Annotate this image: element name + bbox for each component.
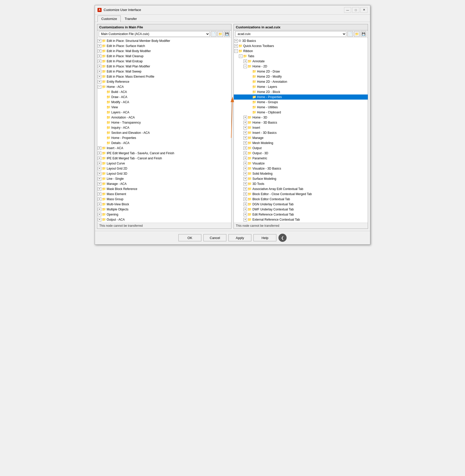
right-panel-dropdown[interactable]: acad.cuix — [235, 31, 346, 37]
expand-icon-mesh-modeling[interactable]: + — [243, 141, 247, 145]
tree-node-block-editor-close[interactable]: +📁Block Editor - Close Contextual Merged… — [234, 192, 368, 197]
expand-icon-output[interactable]: + — [243, 146, 247, 150]
expand-icon-tabs[interactable]: − — [239, 54, 242, 58]
tree-node-manage-aca[interactable]: +📁Manage - ACA — [97, 181, 231, 186]
help-button[interactable]: Help — [253, 234, 276, 241]
expand-icon-parametric[interactable]: + — [243, 157, 247, 160]
expand-icon-dwf-underlay[interactable]: + — [243, 208, 247, 211]
tree-node-mass-group[interactable]: +📁Mass Group — [97, 197, 231, 202]
cancel-button[interactable]: Cancel — [203, 234, 226, 241]
tree-node-tabs[interactable]: −📁Tabs — [234, 54, 368, 59]
expand-icon-ipe-merged-saveas[interactable]: + — [98, 151, 101, 155]
expand-icon-3d-tools[interactable]: + — [243, 182, 247, 186]
tree-node-ipe-merged-saveas[interactable]: +📁IPE Edit Merged Tab - SaveAs, Cancel a… — [97, 151, 231, 156]
tree-node-home-aca[interactable]: −📁Home - ACA — [97, 84, 231, 89]
tree-node-surface-modeling[interactable]: +📁Surface Modeling — [234, 176, 368, 181]
back-arrow-button[interactable]: ❮ — [278, 234, 287, 242]
tree-node-edit-reference[interactable]: +📁Edit Reference Contextual Tab — [234, 212, 368, 217]
tree-node-insert-aca[interactable]: +📁Insert - ACA — [97, 146, 231, 151]
expand-icon-block-editor-close[interactable]: + — [243, 192, 247, 196]
expand-icon-3d-basics-root[interactable]: + — [234, 39, 238, 43]
tree-node-annotation-aca[interactable]: 📁Annotation - ACA — [97, 115, 231, 120]
left-panel-dropdown[interactable]: Main Customization File (ACA.cuix) — [99, 31, 210, 37]
expand-icon-solid-modeling[interactable]: + — [243, 172, 247, 175]
tree-node-home-clipboard[interactable]: 📁Home - Clipboard — [234, 110, 368, 115]
tree-node-multi-view-block[interactable]: +📁Multi-View Block — [97, 202, 231, 207]
expand-icon-insert[interactable]: + — [243, 126, 247, 129]
tree-node-ep-surface[interactable]: +📁Edit In Place: Surface Hatch — [97, 43, 231, 49]
tree-node-multiple-objects[interactable]: +📁Multiple Objects — [97, 207, 231, 212]
expand-icon-assoc-array[interactable]: + — [243, 187, 247, 191]
left-new-button[interactable]: 📄 — [211, 31, 216, 37]
tree-node-home-layers[interactable]: 📁Home - Layers — [234, 84, 368, 89]
expand-icon-ipe-merged-cancel[interactable]: + — [98, 157, 101, 160]
expand-icon-quick-access[interactable]: + — [234, 44, 238, 48]
tree-node-3d-tools[interactable]: +📁3D Tools — [234, 181, 368, 186]
tree-node-3d-basics-root[interactable]: +⚙3D Basics — [234, 38, 368, 43]
right-tree-container[interactable]: +⚙3D Basics+📁Quick Access Toolbars−📁Ribb… — [234, 38, 368, 223]
tree-node-ipe-merged-cancel[interactable]: +📁IPE Edit Merged Tab - Cancel and Finis… — [97, 156, 231, 161]
tree-node-home-2d-draw[interactable]: 📁Home 2D - Draw — [234, 69, 368, 74]
expand-icon-mask-block[interactable]: + — [98, 187, 101, 191]
expand-icon-surface-modeling[interactable]: + — [243, 177, 247, 181]
expand-icon-insert-3d-basics[interactable]: + — [243, 131, 247, 135]
expand-icon-insert-aca[interactable]: + — [98, 146, 101, 150]
minimize-button[interactable]: — — [344, 7, 351, 13]
tree-node-external-reference[interactable]: +📁External Reference Contextual Tab — [234, 217, 368, 222]
tree-node-mask-block[interactable]: +📁Mask Block Reference — [97, 186, 231, 192]
maximize-button[interactable]: □ — [352, 7, 359, 13]
tree-node-quick-access[interactable]: +📁Quick Access Toolbars — [234, 43, 368, 49]
tree-node-ep-wall-body[interactable]: +📁Edit in Place: Wall Body Modifier — [97, 49, 231, 54]
tree-node-layout-grid-3d[interactable]: +📁Layout Grid 3D — [97, 171, 231, 176]
tree-node-ep-mass[interactable]: +📁Edit in Place: Mass Element Profile — [97, 74, 231, 79]
tree-node-entity-ref[interactable]: +📁Entity Reference — [97, 79, 231, 84]
expand-icon-layout-grid-2d[interactable]: + — [98, 167, 101, 170]
tree-node-ribbon[interactable]: −📁Ribbon — [234, 49, 368, 54]
right-new-button[interactable]: 📄 — [347, 31, 353, 37]
expand-icon-ep-wall-cleanup[interactable]: + — [98, 54, 101, 58]
tree-node-visualize[interactable]: +📁Visualize — [234, 161, 368, 166]
expand-icon-dgn-underlay[interactable]: + — [243, 203, 247, 206]
tree-node-insert-3d-basics[interactable]: +📁Insert - 3D Basics — [234, 130, 368, 135]
tab-transfer[interactable]: Transfer — [121, 16, 141, 22]
expand-icon-ep-mass[interactable]: + — [98, 75, 101, 78]
expand-icon-visualize[interactable]: + — [243, 162, 247, 165]
tree-node-mass-element[interactable]: +📁Mass Element — [97, 192, 231, 197]
expand-icon-manage-aca[interactable]: + — [98, 182, 101, 186]
expand-icon-entity-ref[interactable]: + — [98, 80, 101, 84]
tree-node-line-single[interactable]: +📁Line - Single — [97, 176, 231, 181]
apply-button[interactable]: Apply — [228, 234, 251, 241]
expand-icon-visualize-3d-basics[interactable]: + — [243, 167, 247, 170]
left-open-button[interactable]: 📁 — [217, 31, 223, 37]
expand-icon-opening[interactable]: + — [98, 213, 101, 216]
tree-node-parametric[interactable]: +📁Parametric — [234, 156, 368, 161]
tree-node-assoc-array[interactable]: +📁Associative Array Edit Contextual Tab — [234, 186, 368, 192]
tree-node-home-3d[interactable]: +📁Home - 3D — [234, 115, 368, 120]
tree-node-modify-aca[interactable]: 📁Modify - ACA — [97, 100, 231, 105]
tree-node-home-properties-left[interactable]: 📁Home - Properties — [97, 135, 231, 140]
expand-icon-home-3d-basics[interactable]: + — [243, 121, 247, 124]
expand-icon-ribbon[interactable]: − — [234, 49, 238, 53]
tree-node-layers-aca[interactable]: 📁Layers - ACA — [97, 110, 231, 115]
tree-node-ep-wall-sweep[interactable]: +📁Edit in Place: Wall Sweep — [97, 69, 231, 74]
tree-node-dgn-underlay[interactable]: +📁DGN Underlay Contextual Tab — [234, 202, 368, 207]
tree-node-home-transparency[interactable]: 📁Home - Transparency — [97, 120, 231, 125]
tree-node-annotate[interactable]: +📁Annotate — [234, 59, 368, 64]
expand-icon-ep-structural[interactable]: + — [98, 39, 101, 43]
expand-icon-manage[interactable]: + — [243, 136, 247, 140]
tree-node-home-2d-annotation[interactable]: 📁Home 2D - Annotation — [234, 79, 368, 84]
tree-node-details-aca[interactable]: 📁Details - ACA — [97, 140, 231, 146]
tree-node-output[interactable]: +📁Output — [234, 146, 368, 151]
expand-icon-layout-grid-3d[interactable]: + — [98, 172, 101, 175]
expand-icon-ep-wall-sweep[interactable]: + — [98, 70, 101, 73]
expand-icon-ep-wall-endcap[interactable]: + — [98, 60, 101, 63]
tree-node-solid-modeling[interactable]: +📁Solid Modeling — [234, 171, 368, 176]
expand-icon-ep-wall-body[interactable]: + — [98, 49, 101, 53]
expand-icon-line-single[interactable]: + — [98, 177, 101, 181]
tab-customize[interactable]: Customize — [97, 16, 121, 22]
expand-icon-output-aca[interactable]: + — [98, 218, 101, 221]
tree-node-dwf-underlay[interactable]: +📁DWF Underlay Contextual Tab — [234, 207, 368, 212]
tree-node-home-2d-block[interactable]: 📁Home 2D - Block — [234, 89, 368, 94]
tree-node-home-3d-basics[interactable]: +📁Home - 3D Basics — [234, 120, 368, 125]
tree-node-opening[interactable]: +📁Opening — [97, 212, 231, 217]
